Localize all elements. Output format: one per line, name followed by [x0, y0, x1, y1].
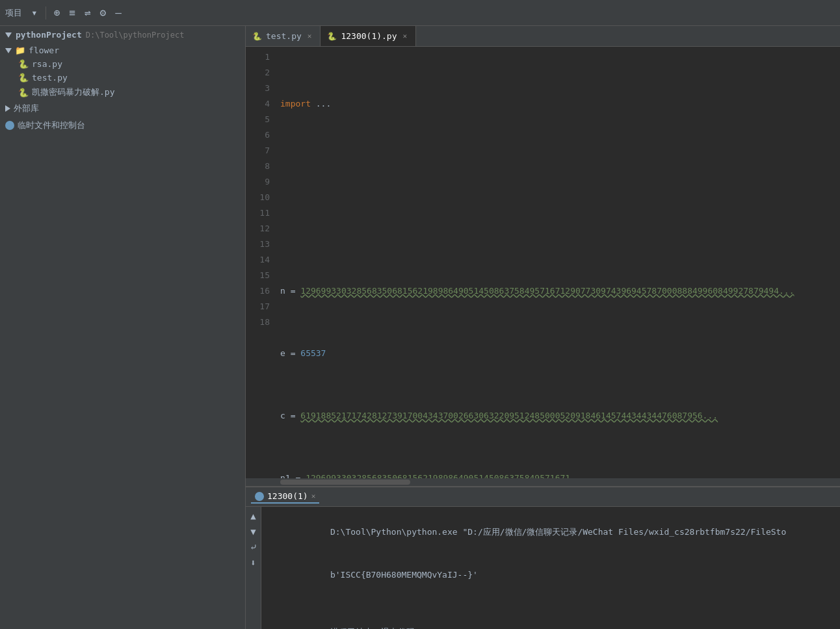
file-label: rsa.py: [32, 59, 62, 69]
main-area: pythonProject D:\Tool\pythonProject 📁 fl…: [0, 26, 840, 629]
terminal-output-line1: b'ISCC{B70H680MEMQMQvYaIJ--}': [269, 554, 832, 597]
terminal-close-button[interactable]: ✕: [311, 492, 316, 500]
project-name: pythonProject: [16, 30, 82, 40]
dropdown-icon[interactable]: ▾: [29, 5, 40, 20]
scrollbar-thumb[interactable]: [280, 480, 410, 485]
temp-files-label: 临时文件和控制台: [18, 120, 85, 131]
editor-area: 🐍 test.py ✕ 🐍 12300(1).py ✕ 1 2 3 4 5 6 …: [246, 26, 840, 629]
file-label: test.py: [32, 73, 68, 83]
folder-label: flower: [29, 45, 59, 55]
sidebar-item-flower[interactable]: 📁 flower: [0, 44, 245, 57]
code-line-7: n1 = 12969933032856835068156219898649051…: [280, 470, 840, 478]
minimize-icon[interactable]: —: [112, 5, 124, 20]
expand-icon: [5, 105, 10, 112]
py-file-icon: 🐍: [18, 59, 29, 69]
terminal-status-line: 进程已结束，退出代码0: [269, 611, 832, 629]
add-icon[interactable]: ⊕: [51, 5, 63, 20]
scroll-down-icon[interactable]: ▼: [250, 526, 256, 537]
toolbar-left: 项目 ▾: [5, 5, 40, 20]
cmd-text: D:\Tool\Python\python.exe "D:/应用/微信/微信聊天…: [330, 527, 786, 537]
circle-icon: [5, 121, 14, 130]
line-numbers: 1 2 3 4 5 6 7 8 9 10 11 12 13 14 15 16 1…: [246, 49, 275, 478]
external-lib-label: 外部库: [14, 103, 39, 114]
expand-icon: [5, 32, 12, 38]
file-label: 凯撒密码暴力破解.py: [32, 86, 114, 98]
toolbar-icons: ⊕ ≡ ⇌ ⚙ —: [51, 5, 124, 20]
output-text1: b'ISCC{B70H680MEMQMQvYaIJ--}': [330, 570, 478, 580]
sidebar-item-test[interactable]: 🐍 test.py: [0, 71, 245, 84]
terminal-content-row: ▲ ▼ ⤶ ⬇ D:\Tool\Python\python.exe "D:/应用…: [246, 507, 840, 629]
file-tab-icon: 🐍: [252, 32, 262, 41]
sidebar-tree: 📁 flower 🐍 rsa.py 🐍 test.py 🐍 凯撒密码暴力破解.p…: [0, 44, 245, 629]
tab-label: 12300(1).py: [341, 31, 397, 41]
sidebar-item-temp-files[interactable]: 临时文件和控制台: [0, 117, 245, 134]
project-label: 项目: [5, 7, 22, 19]
horizontal-scrollbar[interactable]: [246, 478, 840, 486]
terminal-tabs-bar: 12300(1) ✕: [246, 487, 840, 507]
terminal-blank-line: [269, 597, 832, 611]
code-editor[interactable]: 1 2 3 4 5 6 7 8 9 10 11 12 13 14 15 16 1…: [246, 47, 840, 478]
code-line-1: import ...: [280, 96, 840, 112]
settings-icon[interactable]: ⚙: [98, 5, 109, 20]
sync-icon[interactable]: ⇌: [82, 5, 94, 20]
folder-expand-icon: [5, 48, 12, 53]
py-file-icon: 🐍: [18, 73, 29, 83]
terminal-left-nav: ▲ ▼ ⤶ ⬇: [246, 507, 261, 629]
project-header: pythonProject D:\Tool\pythonProject: [0, 26, 245, 44]
py-file-icon: 🐍: [18, 88, 29, 97]
sidebar-item-caesar[interactable]: 🐍 凯撒密码暴力破解.py: [0, 84, 245, 100]
code-line-3: [280, 221, 840, 237]
toolbar-divider1: [46, 6, 46, 19]
terminal-cmd-line: D:\Tool\Python\python.exe "D:/应用/微信/微信聊天…: [269, 511, 832, 554]
tab-close-button[interactable]: ✕: [306, 31, 314, 41]
tabs-bar: 🐍 test.py ✕ 🐍 12300(1).py ✕: [246, 26, 840, 47]
terminal-tab-icon: [255, 492, 264, 501]
tab-close-active-button[interactable]: ✕: [401, 31, 410, 41]
terminal-tab-label: 12300(1): [267, 491, 308, 501]
toolbar: 项目 ▾ ⊕ ≡ ⇌ ⚙ —: [0, 0, 840, 26]
list-icon[interactable]: ≡: [66, 5, 78, 20]
tab-12300[interactable]: 🐍 12300(1).py ✕: [321, 26, 416, 46]
scroll-up-icon[interactable]: ▲: [250, 511, 256, 521]
tab-test-py[interactable]: 🐍 test.py ✕: [246, 26, 321, 46]
sidebar: pythonProject D:\Tool\pythonProject 📁 fl…: [0, 26, 246, 629]
code-line-2: [280, 159, 840, 174]
project-path: D:\Tool\pythonProject: [86, 31, 185, 40]
code-line-4: n = 129699330328568350681562198986490514…: [280, 283, 840, 299]
sidebar-item-rsa[interactable]: 🐍 rsa.py: [0, 57, 245, 71]
wrap-icon[interactable]: ⤶: [250, 542, 257, 552]
code-line-6: c = 619188521717428127391700434370026630…: [280, 408, 840, 424]
folder-icon: 📁: [15, 45, 25, 55]
file-tab-icon: 🐍: [327, 32, 337, 41]
terminal-output: D:\Tool\Python\python.exe "D:/应用/微信/微信聊天…: [261, 507, 840, 629]
sidebar-item-external-lib[interactable]: 外部库: [0, 100, 245, 117]
download-icon[interactable]: ⬇: [250, 558, 256, 568]
code-line-5: e = 65537: [280, 346, 840, 361]
terminal-area: 12300(1) ✕ ▲ ▼ ⤶ ⬇ D:\Tool\Python\python…: [246, 486, 840, 629]
tab-label: test.py: [266, 31, 302, 41]
code-content[interactable]: import ... n = 1296993303285683506815621…: [275, 49, 840, 478]
terminal-tab-12300[interactable]: 12300(1) ✕: [251, 490, 319, 504]
